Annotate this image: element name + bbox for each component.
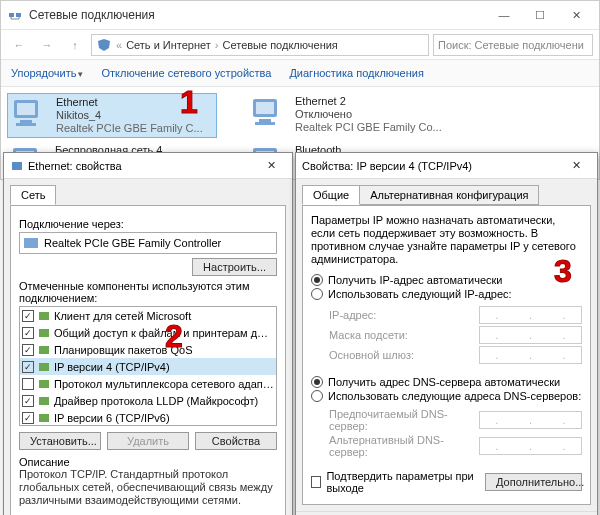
connection-item[interactable]: EthernetNikitos_4Realtek PCIe GBE Family… — [7, 93, 217, 138]
ip-auto-radio[interactable]: Получить IP-адрес автоматически — [311, 274, 582, 286]
forward-button[interactable]: → — [35, 33, 59, 57]
svg-rect-7 — [256, 102, 274, 114]
install-button[interactable]: Установить... — [19, 432, 101, 450]
svg-rect-1 — [16, 13, 21, 17]
close-button[interactable]: ✕ — [559, 4, 593, 26]
component-item[interactable]: ✓Общий доступ к файлам и принтерам для с… — [20, 324, 276, 341]
component-item[interactable]: ✓Планировщик пакетов QoS — [20, 341, 276, 358]
checkbox-icon[interactable]: ✓ — [22, 395, 34, 407]
checkbox-icon[interactable]: ✓ — [22, 327, 34, 339]
component-label: IP версии 4 (TCP/IPv4) — [54, 361, 274, 373]
connection-name: Ethernet — [56, 96, 203, 109]
connection-adapter: Realtek PCIe GBE Family C... — [56, 122, 203, 135]
advanced-button[interactable]: Дополнительно... — [485, 473, 582, 491]
ipv4-properties-dialog: Свойства: IP версии 4 (TCP/IPv4) ✕ Общие… — [295, 152, 598, 515]
svg-rect-3 — [17, 103, 35, 115]
adapter-field: Realtek PCIe GBE Family Controller — [19, 232, 277, 254]
checkbox-icon[interactable]: ✓ — [22, 412, 34, 424]
svg-rect-22 — [39, 346, 49, 354]
components-list: ✓Клиент для сетей Microsoft✓Общий доступ… — [19, 306, 277, 426]
checkbox-icon[interactable]: ✓ — [22, 344, 34, 356]
ip-manual-radio[interactable]: Использовать следующий IP-адрес: — [311, 288, 582, 300]
component-label: Клиент для сетей Microsoft — [54, 310, 274, 322]
svg-rect-8 — [259, 119, 271, 122]
checkbox-icon[interactable] — [22, 378, 34, 390]
connection-adapter: Realtek PCI GBE Family Co... — [295, 121, 442, 134]
checkbox-icon — [311, 476, 321, 488]
breadcrumb[interactable]: « Сеть и Интернет › Сетевые подключения — [91, 34, 429, 56]
svg-rect-4 — [20, 120, 32, 123]
connection-status: Отключено — [295, 108, 442, 121]
diagnose-connection[interactable]: Диагностика подключения — [289, 67, 423, 79]
component-icon — [37, 309, 51, 323]
svg-rect-23 — [39, 363, 49, 371]
properties-button[interactable]: Свойства — [195, 432, 277, 450]
svg-rect-0 — [9, 13, 14, 17]
checkbox-icon[interactable]: ✓ — [22, 310, 34, 322]
svg-rect-21 — [39, 329, 49, 337]
component-label: Протокол мультиплексора сетевого адаптер… — [54, 378, 274, 390]
configure-button[interactable]: Настроить... — [192, 258, 277, 276]
radio-icon — [311, 390, 323, 402]
search-input[interactable]: Поиск: Сетевые подключени — [433, 34, 593, 56]
description-title: Описание — [19, 456, 277, 468]
svg-rect-20 — [39, 312, 49, 320]
toolbar: Упорядочить▾ Отключение сетевого устройс… — [1, 59, 599, 87]
radio-icon — [311, 274, 323, 286]
dns-manual-radio[interactable]: Использовать следующие адреса DNS-сервер… — [311, 390, 582, 402]
address-bar: ← → ↑ « Сеть и Интернет › Сетевые подклю… — [1, 29, 599, 59]
svg-rect-18 — [12, 162, 22, 170]
component-icon — [37, 394, 51, 408]
component-icon — [37, 377, 51, 391]
components-label: Отмеченные компоненты используются этим … — [19, 280, 277, 304]
minimize-button[interactable]: — — [487, 4, 521, 26]
component-item[interactable]: Протокол мультиплексора сетевого адаптер… — [20, 375, 276, 392]
radio-icon — [311, 288, 323, 300]
component-label: Драйвер протокола LLDP (Майкрософт) — [54, 395, 274, 407]
dialog-title: Свойства: IP версии 4 (TCP/IPv4) — [302, 160, 561, 172]
component-item[interactable]: ✓Клиент для сетей Microsoft — [20, 307, 276, 324]
svg-rect-26 — [39, 414, 49, 422]
ip-input: ... — [479, 306, 582, 324]
dns-auto-radio[interactable]: Получить адрес DNS-сервера автоматически — [311, 376, 582, 388]
radio-icon — [311, 376, 323, 388]
component-icon — [37, 411, 51, 425]
close-icon[interactable]: ✕ — [561, 156, 591, 176]
window-title: Сетевые подключения — [29, 8, 487, 22]
close-icon[interactable]: ✕ — [256, 156, 286, 176]
connect-via-label: Подключение через: — [19, 218, 277, 230]
tab-general[interactable]: Общие — [302, 185, 360, 205]
connection-item[interactable]: Ethernet 2ОтключеноRealtek PCI GBE Famil… — [247, 93, 457, 138]
maximize-button[interactable]: ☐ — [523, 4, 557, 26]
disable-device[interactable]: Отключение сетевого устройства — [101, 67, 271, 79]
component-icon — [37, 360, 51, 374]
component-item[interactable]: ✓Драйвер протокола LLDP (Майкрософт) — [20, 392, 276, 409]
component-item[interactable]: ✓IP версии 4 (TCP/IPv4) — [20, 358, 276, 375]
connection-status: Nikitos_4 — [56, 109, 203, 122]
checkbox-icon[interactable]: ✓ — [22, 361, 34, 373]
uninstall-button: Удалить — [107, 432, 189, 450]
up-button[interactable]: ↑ — [63, 33, 87, 57]
validate-checkbox[interactable]: Подтвердить параметры при выходе — [311, 470, 485, 494]
dns2-input: ... — [479, 437, 582, 455]
dialog-title: Ethernet: свойства — [28, 160, 256, 172]
shield-icon — [96, 38, 112, 52]
mask-input: ... — [479, 326, 582, 344]
back-button[interactable]: ← — [7, 33, 31, 57]
component-icon — [37, 343, 51, 357]
nic-icon — [24, 236, 40, 250]
gateway-input: ... — [479, 346, 582, 364]
component-icon — [37, 326, 51, 340]
svg-rect-19 — [24, 238, 38, 248]
tab-network[interactable]: Сеть — [10, 185, 56, 205]
svg-rect-24 — [39, 380, 49, 388]
network-icon — [7, 7, 23, 23]
component-label: IP версии 6 (TCP/IPv6) — [54, 412, 274, 424]
tab-alternate[interactable]: Альтернативная конфигурация — [359, 185, 539, 205]
titlebar: Сетевые подключения — ☐ ✕ — [1, 1, 599, 29]
component-item[interactable]: ✓IP версии 6 (TCP/IPv6) — [20, 409, 276, 426]
organize-menu[interactable]: Упорядочить▾ — [11, 67, 83, 79]
description-text: Протокол TCP/IP. Стандартный протокол гл… — [19, 468, 277, 507]
component-label: Общий доступ к файлам и принтерам для се… — [54, 327, 274, 339]
svg-rect-25 — [39, 397, 49, 405]
